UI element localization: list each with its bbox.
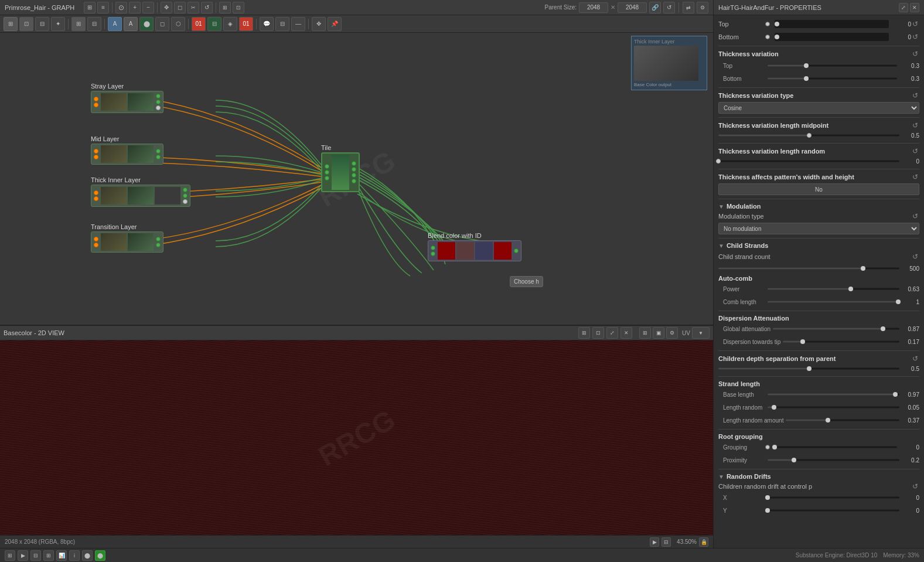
port-in-2[interactable] xyxy=(94,103,98,107)
power-thumb[interactable] xyxy=(848,287,853,291)
view2d-icon-2[interactable]: ▣ xyxy=(653,327,664,339)
node-mid-layer[interactable]: Mid Layer xyxy=(91,135,163,165)
children-depth-thumb[interactable] xyxy=(807,366,812,371)
tb2-btn5[interactable]: ⊞ xyxy=(71,17,86,31)
view2d-btn-close[interactable]: ✕ xyxy=(620,327,632,339)
port-in-1[interactable] xyxy=(94,97,98,101)
tile-port-out-1[interactable] xyxy=(352,161,356,166)
toolbar-btn-zoom-out[interactable]: − xyxy=(142,2,154,13)
mid-port-in-2[interactable] xyxy=(94,155,98,159)
status-icon-5[interactable]: 📊 xyxy=(56,550,67,561)
tb2-btn17[interactable]: — xyxy=(291,17,305,31)
thickness-type-reset[interactable]: ↺ xyxy=(911,91,919,100)
tb2-btn9[interactable]: ◻ xyxy=(155,17,169,31)
blend-port-out-1[interactable] xyxy=(514,248,519,253)
tb2-btn4[interactable]: ✦ xyxy=(51,17,65,31)
toolbar-btn-zoom-fit[interactable]: ⊙ xyxy=(115,2,127,13)
thick-port-out-2[interactable] xyxy=(183,193,187,198)
grouping-dot[interactable] xyxy=(765,445,770,449)
node-transition[interactable]: Transition Layer xyxy=(91,223,163,253)
thick-port-in-1[interactable] xyxy=(94,190,98,195)
tb2-btn12[interactable]: ⊟ xyxy=(207,17,221,31)
tb2-btn3[interactable]: ⊟ xyxy=(35,17,49,31)
bottom-reset[interactable]: ↺ xyxy=(911,33,919,41)
tb2-btn7[interactable]: A xyxy=(124,17,138,31)
thickness-variation-reset[interactable]: ↺ xyxy=(911,50,919,58)
thick-port-out-1[interactable] xyxy=(183,188,187,192)
node-blend-color[interactable]: Blend color with ID xyxy=(428,232,521,261)
props-btn-1[interactable]: ⤢ xyxy=(899,3,908,12)
toolbar-btn-grid[interactable]: ⊞ xyxy=(219,2,231,13)
status-icon-7[interactable]: ⬤ xyxy=(82,550,93,561)
tb2-btn8[interactable]: ⬤ xyxy=(139,17,154,31)
child-count-reset[interactable]: ↺ xyxy=(911,253,919,261)
toolbar-btn-select[interactable]: ◻ xyxy=(174,2,186,13)
mid-port-out-1[interactable] xyxy=(156,149,161,154)
top-slider[interactable] xyxy=(775,20,889,28)
view2d-btn-1[interactable]: ⊞ xyxy=(578,327,590,339)
tile-port-in-1[interactable] xyxy=(325,164,329,169)
status-btn-lock[interactable]: 🔒 xyxy=(699,537,708,547)
node-stray-layer[interactable]: Stray Layer xyxy=(91,83,163,113)
tb2-btn13[interactable]: ◈ xyxy=(223,17,237,31)
blend-port-in-2[interactable] xyxy=(431,251,435,256)
child-strands-section-header[interactable]: ▼ Child Strands xyxy=(718,242,919,249)
length-random-thumb[interactable] xyxy=(772,405,776,410)
view2d-icon-3[interactable]: ⚙ xyxy=(666,327,678,339)
port-out-2[interactable] xyxy=(156,100,161,104)
status-icon-1[interactable]: ⊞ xyxy=(5,550,15,561)
comb-length-thumb[interactable] xyxy=(896,299,901,304)
tb2-btn10[interactable]: ⬡ xyxy=(171,17,185,31)
trans-port-out-1[interactable] xyxy=(156,237,161,241)
status-btn-2[interactable]: ⊟ xyxy=(662,537,671,547)
props-btn-2[interactable]: ✕ xyxy=(910,3,919,12)
thick-port-in-2[interactable] xyxy=(94,196,98,201)
base-length-thumb[interactable] xyxy=(893,392,898,397)
tb2-btn16[interactable]: ⊟ xyxy=(275,17,289,31)
parent-size-h-input[interactable] xyxy=(618,2,647,13)
top-reset[interactable]: ↺ xyxy=(911,20,919,28)
modulation-section-header[interactable]: ▼ Modulation xyxy=(718,203,919,210)
tb2-btn2[interactable]: ⊡ xyxy=(19,17,33,31)
status-icon-6[interactable]: i xyxy=(69,550,80,561)
tb2-btn11[interactable]: 01 xyxy=(192,17,206,31)
tile-port-out-4[interactable] xyxy=(352,179,356,183)
disp-tip-thumb[interactable] xyxy=(800,339,805,344)
node-tile[interactable]: Tile xyxy=(321,144,360,192)
top-dot[interactable] xyxy=(765,22,770,26)
midpoint-thumb[interactable] xyxy=(807,133,812,138)
thickness-top-thumb[interactable] xyxy=(804,63,809,68)
view2d-icon-1[interactable]: ⊞ xyxy=(639,327,651,339)
reset-size-btn[interactable]: ↺ xyxy=(663,2,675,13)
node-choose-h[interactable]: Choose h xyxy=(510,276,543,287)
toolbar-btn-rotate[interactable]: ↺ xyxy=(201,2,213,13)
tile-port-in-2[interactable] xyxy=(325,170,329,175)
trans-port-out-2[interactable] xyxy=(156,243,161,247)
port-out-3[interactable] xyxy=(156,105,161,110)
global-atten-thumb[interactable] xyxy=(881,326,885,331)
random-drifts-header[interactable]: ▼ Random Drifts xyxy=(718,473,919,480)
uv-dropdown[interactable]: ▼ xyxy=(692,327,710,339)
node-thick-inner[interactable]: Thick Inner Layer xyxy=(91,176,190,207)
tb2-btn18[interactable]: ✥ xyxy=(312,17,326,31)
modulation-reset[interactable]: ↺ xyxy=(911,212,919,220)
toolbar-btn-r2[interactable]: ⚙ xyxy=(697,2,708,13)
link-size-btn[interactable]: 🔗 xyxy=(649,2,661,13)
toolbar-btn-move[interactable]: ✥ xyxy=(161,2,172,13)
tb2-btn14[interactable]: 01 xyxy=(239,17,253,31)
mid-port-out-2[interactable] xyxy=(156,155,161,159)
status-btn-1[interactable]: ▶ xyxy=(650,537,659,547)
toolbar-btn-1[interactable]: ⊞ xyxy=(84,2,96,13)
thickness-bottom-thumb[interactable] xyxy=(804,76,809,81)
children-depth-reset[interactable]: ↺ xyxy=(911,355,919,363)
tile-port-out-2[interactable] xyxy=(352,167,356,172)
modulation-type-dropdown[interactable]: No modulation xyxy=(718,223,919,234)
status-icon-3[interactable]: ⊟ xyxy=(30,550,41,561)
tb2-btn15[interactable]: 💬 xyxy=(260,17,274,31)
status-icon-8[interactable]: ⬤ xyxy=(95,550,105,561)
tb2-color-btn[interactable]: A xyxy=(108,17,122,31)
thick-port-out-3[interactable] xyxy=(183,199,187,204)
x-thumb[interactable] xyxy=(765,495,770,500)
tb2-btn6[interactable]: ⊟ xyxy=(87,17,101,31)
thickness-affects-btn[interactable]: No xyxy=(718,183,919,195)
